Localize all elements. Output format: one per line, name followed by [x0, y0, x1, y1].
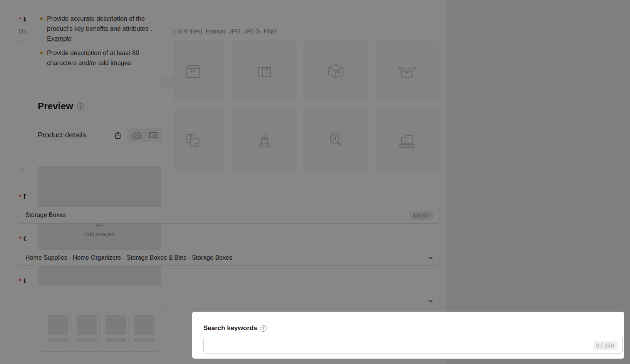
- search-keywords-label-text: Search keywords: [203, 324, 257, 332]
- tour-dim-overlay: [0, 0, 630, 364]
- search-keywords-spotlight: Search keywords 0 / 250: [192, 312, 624, 359]
- search-keywords-field-label: Search keywords: [203, 325, 624, 332]
- char-counter: 0 / 250: [593, 341, 617, 350]
- help-icon[interactable]: [260, 325, 266, 332]
- search-keywords-input[interactable]: [210, 342, 593, 349]
- search-keywords-field: 0 / 250: [203, 337, 623, 354]
